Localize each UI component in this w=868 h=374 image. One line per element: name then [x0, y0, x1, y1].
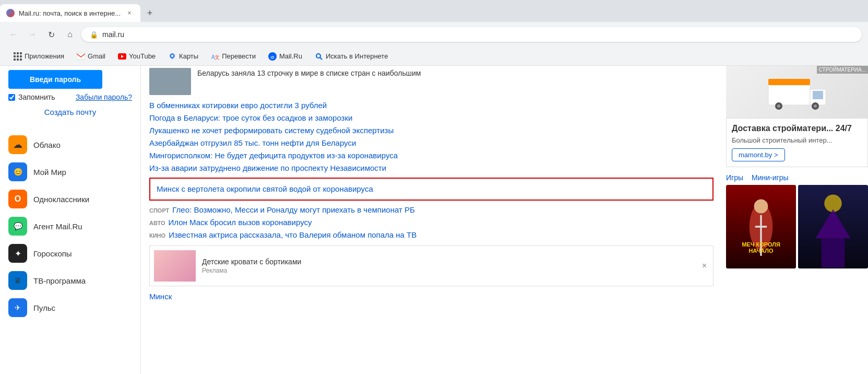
highlighted-news-link[interactable]: Минск с вертолета окропили святой водой … — [149, 178, 714, 201]
ad-thumbnail — [154, 250, 196, 282]
oblako-icon: ☁ — [8, 135, 27, 154]
sidebar-item-agent[interactable]: 💬 Агент Mail.Ru — [8, 213, 132, 240]
svg-rect-14 — [813, 91, 823, 99]
sidebar-item-goroskop[interactable]: ✦ Гороскопы — [8, 240, 132, 267]
lock-icon: 🔒 — [90, 31, 98, 39]
games-tab-main[interactable]: Игры — [726, 173, 743, 182]
sidebar-item-oblako[interactable]: ☁ Облако — [8, 131, 132, 158]
news-tagged-kino: КИНО Известная актриса рассказала, что В… — [149, 229, 714, 241]
puls-icon: ✈ — [8, 298, 27, 317]
remember-label: Запомнить — [18, 93, 55, 101]
tab-close-button[interactable]: × — [125, 8, 134, 18]
news-link-4[interactable]: Азербайджан отгрузил 85 тыс. тонн нефти … — [149, 137, 714, 149]
games-tab-mini[interactable]: Мини-игры — [752, 173, 788, 182]
bookmark-translate[interactable]: A 文 Перевести — [206, 50, 261, 63]
ad-close-button[interactable]: × — [700, 259, 709, 273]
tv-icon: 🖥 — [8, 271, 27, 290]
svg-marker-5 — [171, 57, 173, 60]
svg-point-18 — [814, 104, 817, 108]
login-box: Введи пароль Запомнить Забыли пароль? Со… — [8, 66, 132, 127]
ad-block: Детские кровати с бортиками Реклама × — [149, 246, 714, 286]
login-button[interactable]: Введи пароль — [8, 70, 102, 89]
svg-point-10 — [316, 54, 320, 58]
game-card-2[interactable]: ИГ... — [798, 185, 868, 268]
sidebar-item-tv[interactable]: 🖥 ТВ-программа — [8, 267, 132, 294]
sidebar-item-ok-label: Одноклассники — [33, 195, 89, 204]
ad-text: Детские кровати с бортиками Реклама — [202, 258, 694, 274]
news-tagged-auto: АВТО Илон Маск бросил вызов коронавирусу — [149, 216, 714, 229]
svg-text:@: @ — [270, 55, 275, 60]
news-link-5[interactable]: Мингорисполком: Не будет дефицита продук… — [149, 149, 714, 162]
forward-button[interactable]: → — [25, 27, 40, 42]
sidebar-item-tv-label: ТВ-программа — [33, 276, 86, 285]
remember-checkbox[interactable] — [8, 94, 15, 101]
right-ad-sub: Большой строительный интер... — [732, 136, 862, 144]
address-bar: ← → ↻ ⌂ 🔒 mail.ru — [0, 22, 868, 47]
create-mail-link[interactable]: Создать почту — [8, 108, 132, 116]
ok-icon: О — [8, 190, 27, 208]
news-link-1[interactable]: В обменниках котировки евро достигли 3 р… — [149, 99, 714, 112]
bookmark-mailru[interactable]: @ Mail.Ru — [263, 50, 307, 63]
sidebar-item-moimir[interactable]: 😊 Мой Мир — [8, 158, 132, 185]
tab-title: Mail.ru: почта, поиск в интерне... — [19, 9, 121, 17]
games-header: Игры Мини-игры — [726, 173, 868, 182]
translate-icon: A 文 — [211, 52, 219, 61]
bookmark-gmail-label: Gmail — [88, 52, 105, 60]
bookmark-gmail[interactable]: Gmail — [72, 50, 111, 63]
tab-favicon — [6, 9, 15, 17]
ad-title: Детские кровати с бортиками — [202, 258, 301, 266]
news-link-3[interactable]: Лукашенко не хочет реформировать систему… — [149, 124, 714, 137]
maps-icon — [168, 52, 176, 61]
sidebar-item-ok[interactable]: О Одноклассники — [8, 185, 132, 213]
news-link-6[interactable]: Из-за аварии затруднено движение по прос… — [149, 162, 714, 174]
right-sidebar: СТРОЙМАТЕРИА... Доставка стройматери... … — [722, 66, 868, 374]
active-tab[interactable]: Mail.ru: почта, поиск в интерне... × — [0, 4, 140, 22]
game-art-1 — [726, 185, 796, 268]
bookmark-apps-label: Приложения — [25, 52, 64, 60]
reload-button[interactable]: ↻ — [44, 27, 58, 42]
sidebar-item-agent-label: Агент Mail.Ru — [33, 222, 82, 231]
new-tab-button[interactable]: + — [142, 6, 157, 20]
svg-point-16 — [777, 104, 780, 108]
news-tagged-sport: СПОРТ Глео: Возможно, Месси и Роналду мо… — [149, 204, 714, 216]
news-thumbnail — [149, 68, 191, 95]
news-link-2[interactable]: Погода в Беларуси: трое суток без осадко… — [149, 112, 714, 124]
sport-news-link[interactable]: Глео: Возможно, Месси и Роналду могут пр… — [172, 204, 415, 216]
back-button[interactable]: ← — [6, 27, 21, 42]
bookmark-youtube-label: YouTube — [129, 52, 156, 60]
game-art-2 — [798, 185, 868, 268]
svg-point-4 — [171, 55, 173, 57]
sidebar-item-puls[interactable]: ✈ Пульс — [8, 294, 132, 321]
bookmark-search[interactable]: Искать в Интернете — [310, 50, 393, 63]
games-row: МЕЧ КОРОЛЯНАЧАЛО ИГРАТЬ — [726, 185, 868, 268]
bookmark-maps[interactable]: Карты — [163, 50, 204, 63]
agent-icon: 💬 — [8, 217, 27, 236]
gmail-icon — [77, 52, 85, 61]
game-card-1[interactable]: МЕЧ КОРОЛЯНАЧАЛО ИГРАТЬ — [726, 185, 796, 268]
bookmark-youtube[interactable]: YouTube — [113, 50, 161, 63]
top-news-text: Беларусь заняла 13 строчку в мире в спис… — [197, 68, 421, 79]
right-ad: СТРОЙМАТЕРИА... Доставка стройматери... … — [726, 66, 868, 167]
kino-tag: КИНО — [149, 231, 165, 241]
right-ad-link[interactable]: mamont.by > — [732, 148, 785, 161]
auto-news-link[interactable]: Илон Маск бросил вызов коронавирусу — [168, 216, 312, 229]
moimir-icon: 😊 — [8, 162, 27, 181]
bookmark-search-label: Искать в Интернете — [326, 52, 388, 60]
home-button[interactable]: ⌂ — [63, 27, 77, 42]
search-bookmark-icon — [315, 52, 323, 61]
right-ad-title: Доставка стройматери... 24/7 — [732, 124, 862, 133]
svg-rect-27 — [822, 238, 845, 267]
game-title-1: МЕЧ КОРОЛЯНАЧАЛО — [726, 240, 796, 255]
forgot-password-link[interactable]: Забыли пароль? — [76, 93, 132, 101]
sidebar-item-moimir-label: Мой Мир — [33, 168, 66, 177]
svg-text:文: 文 — [215, 54, 219, 60]
svg-rect-0 — [77, 53, 85, 60]
url-bar[interactable]: 🔒 mail.ru — [81, 27, 862, 42]
bookmark-apps[interactable]: Приложения — [8, 50, 69, 63]
location-text: Минск — [149, 290, 714, 303]
svg-rect-19 — [768, 79, 810, 85]
kino-news-link[interactable]: Известная актриса рассказала, что Валери… — [169, 229, 417, 241]
bookmark-mailru-label: Mail.Ru — [279, 52, 302, 60]
auto-tag: АВТО — [149, 218, 165, 229]
svg-rect-12 — [768, 84, 810, 105]
